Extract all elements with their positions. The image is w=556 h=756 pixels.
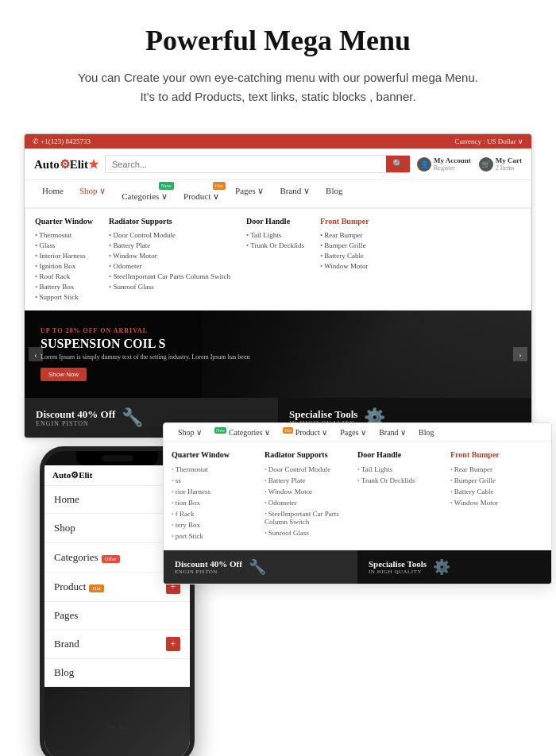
page-title: Powerful Mega Menu [32,24,524,57]
search-button[interactable]: 🔍 [386,156,410,172]
account-icon: 👤 [417,157,431,172]
nav-item-brand[interactable]: Brand ∨ [272,180,318,207]
nav-item-shop[interactable]: Shop ∨ [71,180,114,207]
overlay-mega: Quarter Window Thermostat ss rior Harnes… [164,442,551,550]
mega-item[interactable]: Battery Plate [109,240,230,250]
badge-hot: Hot [213,182,226,190]
mega-col-title-bumper: Front Bumper [320,217,369,226]
nav-item-blog[interactable]: Blog [318,180,350,207]
overlay-promo-tools: Specialise Tools IN HIGH QUALITY ⚙️ [357,550,551,584]
promo-tools-label: Specialise Tools [289,408,357,421]
topbar-currency: Currency : US Dollar ∨ [455,137,523,145]
header-actions: 👤 My Account Register 🛒 My Cart 2 Items [417,156,522,172]
overlay-item[interactable]: Thermostat [172,464,258,475]
hero-text: Lorem Ipsum is simply dummy text of the … [41,353,249,361]
mega-item[interactable]: Glass [35,240,93,250]
hero-next-arrow[interactable]: › [513,347,527,361]
account-action[interactable]: 👤 My Account Register [417,156,471,172]
desktop-nav: Home Shop ∨ NewCategories ∨ HotProduct ∨… [25,180,531,208]
phone-car-bg: ator S... [44,687,190,756]
overlay-promos: Discount 40% Off ENGIN PISTON 🔧 Speciali… [164,550,551,584]
overlay-col-bumper-title: Front Bumper [450,450,537,459]
desktop-mega-overlay: Shop ∨ New Categories ∨ Hot Product ∨ Pa… [163,422,552,584]
badge-new: New [159,182,174,190]
overlay-item[interactable]: Window Motor [264,486,351,497]
mobile-logo: Auto⚙Elit [52,470,92,480]
overlay-item[interactable]: Tail Lights [357,464,444,475]
mobile-nav-pages[interactable]: Pages [44,602,190,630]
mega-item[interactable]: SteelImportant Car Parts Column Switch [109,271,230,281]
mega-item[interactable]: Sunroof Glass [109,281,230,291]
mega-item[interactable]: Interior Harness [35,250,93,260]
mega-col-quarter: Quarter Window Thermostat Glass Interior… [35,217,93,302]
hero-prev-arrow[interactable]: ‹ [29,347,43,361]
overlay-promo-tools-sub: IN HIGH QUALITY [369,569,427,575]
mega-item[interactable]: Rear Bumper [320,230,369,240]
cart-labels: My Cart 2 Items [496,156,522,172]
overlay-item[interactable]: Rear Bumper [450,464,537,475]
nav-item-home[interactable]: Home [34,180,71,207]
overlay-item[interactable]: port Stick [172,530,258,542]
mega-item[interactable]: Odometer [109,260,230,271]
overlay-item[interactable]: Sunroof Glass [264,527,351,538]
overlay-item[interactable]: SteelImportant Car Parts Column Switch [264,508,351,527]
mega-item[interactable]: Window Motor [320,260,369,271]
overlay-nav-brand[interactable]: Brand ∨ [373,423,412,442]
nav-item-product[interactable]: HotProduct ∨ [176,180,227,207]
overlay-item[interactable]: Bumper Grille [450,475,537,486]
search-bar[interactable]: 🔍 [105,155,411,173]
phone-notch-inner [102,455,133,461]
overlay-item[interactable]: Battery Plate [264,475,351,486]
mobile-nav-pages-label: Pages [54,609,78,622]
overlay-promo-tools-text: Specialise Tools IN HIGH QUALITY [369,559,427,575]
overlay-nav-shop[interactable]: Shop ∨ [172,423,208,442]
overlay-promo-discount-label: Discount 40% Off [175,559,242,569]
overlay-item[interactable]: Trunk Or Decklids [357,475,444,486]
nav-item-categories[interactable]: NewCategories ∨ [114,180,176,207]
mobile-nav-brand[interactable]: Brand + [44,630,190,659]
nav-item-pages[interactable]: Pages ∨ [227,180,272,207]
overlay-item[interactable]: rior Harness [172,486,258,497]
mega-menu-desktop: Quarter Window Thermostat Glass Interior… [25,208,531,310]
overlay-nav-pages[interactable]: Pages ∨ [334,423,373,442]
overlay-item[interactable]: Battery Cable [450,486,537,497]
promo-discount-label: Discount 40% Off [36,408,115,421]
search-input[interactable] [106,156,386,172]
cart-action[interactable]: 🛒 My Cart 2 Items [479,156,522,172]
desktop-screenshot: ✆ +1(123) 8425733 Currency : US Dollar ∨… [24,133,532,438]
overlay-promo-tools-icon: ⚙️ [433,558,450,576]
mega-item[interactable]: Battery Box [35,281,93,291]
mobile-nav-blog-label: Blog [54,666,74,679]
overlay-nav-blog[interactable]: Blog [412,423,440,442]
overlay-promo-discount: Discount 40% Off ENGIN PISTON 🔧 [164,550,357,584]
mega-item[interactable]: Door Control Module [109,230,230,240]
mobile-nav-blog[interactable]: Blog [44,659,190,687]
mobile-section: Auto⚙Elit ✕ Home Shop + CategoriesOffer … [24,422,532,756]
overlay-nav-categories[interactable]: New Categories ∨ [208,423,276,442]
mega-item[interactable]: Roof Rack [35,271,93,281]
overlay-item[interactable]: ss [172,475,258,486]
mega-item[interactable]: Trunk Or Decklids [246,240,304,250]
mega-item[interactable]: Ignition Box [35,260,93,271]
overlay-item[interactable]: tery Box [172,519,258,530]
overlay-item[interactable]: tion Box [172,497,258,508]
hero-cta-button[interactable]: Show Now [41,368,87,381]
mobile-nav-home-label: Home [54,493,79,506]
overlay-nav-product[interactable]: Hot Product ∨ [276,423,334,442]
mobile-nav-brand-expand[interactable]: + [166,637,180,651]
mega-item[interactable]: Window Motor [109,250,230,260]
topbar: ✆ +1(123) 8425733 Currency : US Dollar ∨ [25,134,531,148]
mega-item[interactable]: Support Stick [35,291,93,302]
overlay-item[interactable]: Door Control Module [264,464,351,475]
mega-item[interactable]: Thermostat [35,230,93,240]
hero-offer: UP TO 20% OFF ON ARRIVAL [41,327,249,334]
mega-col-title-quarter: Quarter Window [35,217,93,226]
mega-item[interactable]: Battery Cable [320,250,369,260]
mega-item[interactable]: Bumper Grille [320,240,369,250]
topbar-phone: ✆ +1(123) 8425733 [33,137,91,145]
mega-item[interactable]: Tail Lights [246,230,304,240]
overlay-item[interactable]: Odometer [264,497,351,508]
overlay-item[interactable]: f Rack [172,508,258,519]
account-labels: My Account Register [434,156,471,172]
overlay-item[interactable]: Window Motor [450,497,537,508]
